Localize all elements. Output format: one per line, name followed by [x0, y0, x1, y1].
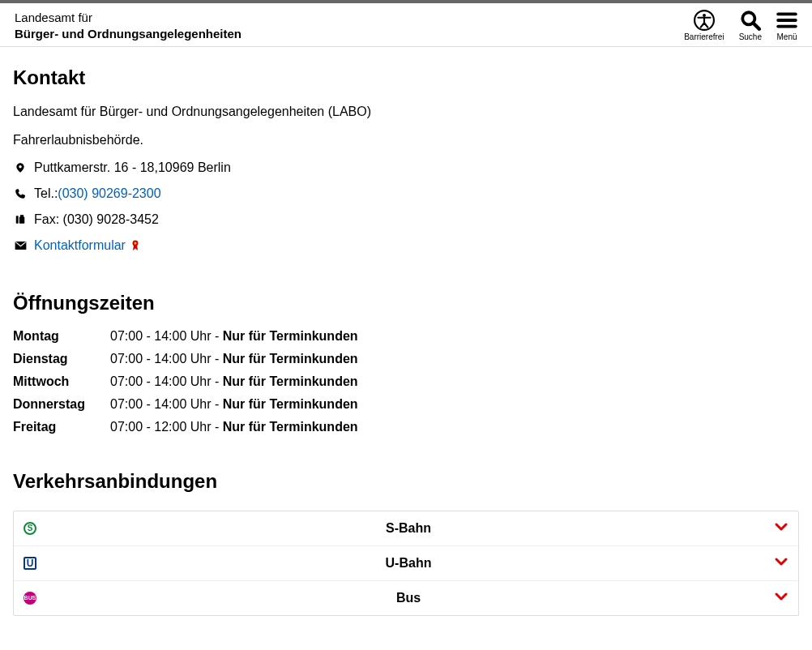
accessibility-icon — [694, 10, 715, 31]
svg-point-7 — [19, 165, 22, 169]
bus-icon: BUS — [24, 592, 43, 605]
header-tools: Barrierefrei Suche Menü — [684, 10, 797, 41]
svg-line-3 — [753, 23, 759, 29]
hours-note: Nur für Terminkunden — [223, 397, 358, 411]
menu-label: Menü — [776, 32, 797, 41]
phone-row: Tel.:(030) 90269-2300 — [13, 186, 799, 201]
contact-form-link[interactable]: Kontaktformular — [34, 238, 126, 252]
main-content: Kontakt Landesamt für Bürger- und Ordnun… — [0, 47, 812, 648]
menu-icon — [776, 10, 797, 31]
fax-label: Fax: — [34, 212, 63, 226]
svg-point-1 — [703, 14, 706, 17]
hours-row: Dienstag 07:00 - 14:00 Uhr - Nur für Ter… — [13, 352, 799, 366]
hours-day: Montag — [13, 329, 110, 344]
transport-heading: Verkehrsanbindungen — [13, 470, 799, 493]
transport-label: Bus — [43, 591, 774, 605]
hours-note: Nur für Terminkunden — [223, 420, 358, 434]
contact-heading: Kontakt — [13, 66, 799, 89]
hours-time: 07:00 - 14:00 Uhr - — [110, 329, 223, 343]
hours-list: Montag 07:00 - 14:00 Uhr - Nur für Termi… — [13, 329, 799, 434]
menu-button[interactable]: Menü — [776, 10, 797, 41]
hours-heading: Öffnungszeiten — [13, 292, 799, 314]
svg-rect-9 — [19, 216, 24, 223]
transport-item-bus[interactable]: BUS Bus — [14, 581, 798, 615]
site-title-line2: Bürger- und Ordnungsangelegenheiten — [15, 26, 241, 42]
address-row: Puttkamerstr. 16 - 18,10969 Berlin — [13, 160, 799, 175]
phone-icon — [13, 188, 28, 199]
hours-row: Donnerstag 07:00 - 14:00 Uhr - Nur für T… — [13, 397, 799, 412]
contact-form-row: Kontaktformular — [13, 238, 799, 253]
chevron-down-icon — [774, 520, 788, 537]
dept-name: Fahrerlaubnisbehörde. — [13, 132, 799, 149]
hours-note: Nur für Terminkunden — [223, 374, 358, 388]
hours-time: 07:00 - 14:00 Uhr - — [110, 397, 223, 411]
mail-icon — [13, 241, 28, 250]
header-bar: Landesamt für Bürger- und Ordnungsangele… — [0, 0, 812, 47]
sbahn-icon: S — [24, 522, 43, 535]
hours-day: Mittwoch — [13, 374, 110, 389]
org-name: Landesamt für Bürger- und Ordnungsangele… — [13, 104, 799, 121]
transport-label: S-Bahn — [43, 521, 774, 536]
address-text: Puttkamerstr. 16 - 18,10969 Berlin — [34, 160, 231, 175]
chevron-down-icon — [774, 589, 788, 607]
accessibility-label: Barrierefrei — [684, 32, 724, 41]
hours-time: 07:00 - 12:00 Uhr - — [110, 420, 223, 434]
fax-icon — [13, 214, 28, 225]
hours-time: 07:00 - 14:00 Uhr - — [110, 374, 223, 388]
chevron-down-icon — [774, 554, 788, 572]
transport-list: S S-Bahn U U-Bahn BUS Bus — [13, 511, 799, 616]
svg-rect-8 — [16, 216, 19, 223]
transport-section: Verkehrsanbindungen S S-Bahn U U-Bahn BU… — [13, 470, 799, 616]
transport-item-sbahn[interactable]: S S-Bahn — [14, 511, 798, 546]
ubahn-icon: U — [24, 557, 43, 570]
hours-day: Freitag — [13, 420, 110, 434]
hours-note: Nur für Terminkunden — [223, 329, 358, 343]
search-icon — [740, 10, 761, 31]
site-title: Landesamt für Bürger- und Ordnungsangele… — [15, 10, 241, 41]
search-button[interactable]: Suche — [739, 10, 762, 41]
location-icon — [13, 161, 28, 174]
transport-label: U-Bahn — [43, 556, 774, 571]
secure-badge-icon — [127, 238, 140, 252]
fax-row: Fax: (030) 9028-3452 — [13, 212, 799, 227]
hours-note: Nur für Terminkunden — [223, 352, 358, 366]
hours-row: Mittwoch 07:00 - 14:00 Uhr - Nur für Ter… — [13, 374, 799, 389]
accessibility-button[interactable]: Barrierefrei — [684, 10, 724, 41]
svg-point-13 — [135, 242, 137, 244]
fax-value: (030) 9028-3452 — [63, 212, 159, 226]
svg-rect-10 — [20, 215, 24, 217]
tel-label: Tel.: — [34, 186, 58, 200]
hours-day: Dienstag — [13, 352, 110, 366]
hours-row: Montag 07:00 - 14:00 Uhr - Nur für Termi… — [13, 329, 799, 344]
tel-link[interactable]: (030) 90269-2300 — [58, 186, 160, 200]
transport-item-ubahn[interactable]: U U-Bahn — [14, 546, 798, 581]
site-title-line1: Landesamt für — [15, 10, 241, 26]
hours-day: Donnerstag — [13, 397, 110, 412]
hours-row: Freitag 07:00 - 12:00 Uhr - Nur für Term… — [13, 420, 799, 434]
hours-time: 07:00 - 14:00 Uhr - — [110, 352, 223, 366]
search-label: Suche — [739, 32, 762, 41]
